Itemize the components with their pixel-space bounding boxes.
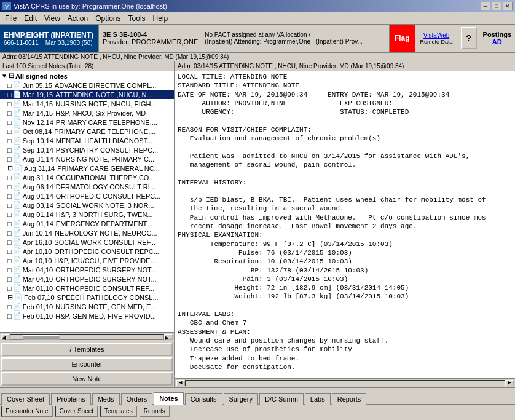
- tree-note-item[interactable]: □📄Apr 10,10ORTHOPEDIC CONSULT REPC...: [0, 247, 174, 256]
- tree-note-item[interactable]: □📄Aug 31,14NURSING NOTE, PRIMARY C...: [0, 154, 174, 164]
- tree-root[interactable]: ▼ ⊟ All signed notes: [0, 71, 174, 81]
- patient-name: EHMP,EIGHT (INPATIENT): [4, 31, 95, 39]
- menu-options[interactable]: Options: [92, 14, 124, 23]
- note-date: Feb 01,10: [23, 312, 53, 320]
- tree-note-item[interactable]: □📄Feb 01,10NURSING NOTE, GEN MED, E...: [0, 302, 174, 311]
- note-title: ATTENDING NOTE ,NHCU, N...: [55, 91, 152, 98]
- menu-help[interactable]: Help: [149, 14, 172, 23]
- tab-consults[interactable]: Consults: [185, 393, 222, 405]
- menu-tools[interactable]: Tools: [125, 14, 149, 23]
- note-title: ADVANCE DIRECTIVE COMPL...: [55, 82, 156, 89]
- tree-note-item[interactable]: □📄Feb 01,10H&P, GEN MED, FIVE PROVID...: [0, 311, 174, 320]
- cover-sheet-status[interactable]: Cover Sheet: [55, 406, 98, 417]
- flag-button[interactable]: Flag: [390, 25, 415, 52]
- tree-note-item[interactable]: □📄Jun 10,14NEUROLOGY NOTE, NEUROC...: [0, 228, 174, 237]
- hscroll-left[interactable]: ◄: [1, 334, 10, 340]
- note-title: ORTHOPEDIC SURGERY NOT...: [55, 266, 156, 274]
- hscroll2-left[interactable]: ◄: [176, 380, 185, 386]
- pact-info: No PACT assigned at any VA location / (I…: [202, 25, 390, 52]
- note-bullet: □: [7, 275, 12, 283]
- note-date: Aug 01,14: [23, 192, 53, 200]
- tree-note-item[interactable]: ⊞📄Aug 31,14PRIMARY CARE GENERAL NC...: [0, 164, 174, 173]
- note-bullet: □: [7, 202, 12, 209]
- tab-meds[interactable]: Meds: [92, 393, 120, 405]
- help-button[interactable]: ?: [461, 27, 477, 49]
- tree-note-item[interactable]: □📄Aug 03,14SOCIAL WORK NOTE, 3 NOR...: [0, 200, 174, 210]
- note-date: Mar 04,10: [23, 275, 53, 283]
- tree-note-item[interactable]: □📄Aug 06,14DERMATOLOGY CONSULT RI...: [0, 182, 174, 191]
- hscroll-right[interactable]: ►: [164, 334, 173, 340]
- tree-note-item[interactable]: □📄Mar 04,10ORTHOPEDIC SURGERY NOT...: [0, 265, 174, 274]
- note-date: Mar 14,15: [23, 109, 53, 117]
- tab-problems[interactable]: Problems: [51, 393, 90, 405]
- tab-orders[interactable]: Orders: [121, 393, 153, 405]
- hscroll2-right[interactable]: ►: [505, 380, 514, 386]
- tree-note-item[interactable]: □📄Jun 05,15ADVANCE DIRECTIVE COMPL...: [0, 81, 174, 90]
- tab-notes[interactable]: Notes: [154, 392, 184, 405]
- minimize-button[interactable]: ─: [481, 2, 490, 10]
- tree-note-item[interactable]: □📄Apr 16,10SOCIAL WORK CONSULT REF...: [0, 237, 174, 247]
- tab-cover-sheet[interactable]: Cover Sheet: [1, 393, 50, 405]
- tab-d-c-summ[interactable]: D/C Summ: [259, 393, 304, 405]
- postings-button[interactable]: Postings AD: [479, 25, 515, 52]
- note-bullet: □: [7, 303, 12, 311]
- tree-note-item[interactable]: □📄Sep 10,14PSYCHIATRY CONSULT REPC...: [0, 145, 174, 154]
- templates-status[interactable]: Templates: [100, 406, 137, 417]
- new-note-button[interactable]: New Note: [1, 372, 173, 386]
- note-icon: 📄: [13, 173, 22, 181]
- tab-surgery[interactable]: Surgery: [224, 393, 259, 405]
- tree-note-item[interactable]: □📄Apr 10,10H&P, ICU/CCU, FIVE PROVIDE...: [0, 256, 174, 265]
- tab-reports[interactable]: Reports: [332, 393, 367, 405]
- tree-hscroll[interactable]: ◄ ►: [0, 332, 174, 341]
- note-icon: 📄: [13, 220, 22, 228]
- notes-tree[interactable]: ▼ ⊟ All signed notes □📄Jun 05,15ADVANCE …: [0, 71, 174, 332]
- note-icon: 📄: [13, 109, 22, 117]
- menu-file[interactable]: File: [1, 14, 20, 23]
- encounter-note-status[interactable]: Encounter Note: [1, 406, 53, 417]
- tree-note-item[interactable]: □📄Mar 19,15ATTENDING NOTE ,NHCU, N...: [0, 90, 174, 99]
- note-icon: 📄: [13, 183, 22, 191]
- close-button[interactable]: ✕: [503, 2, 513, 10]
- note-title: NURSING NOTE, GEN MED, E...: [55, 303, 156, 311]
- reports-status[interactable]: Reports: [140, 406, 170, 417]
- note-bullet: □: [7, 211, 12, 218]
- tree-note-item[interactable]: □📄Mar 04,10ORTHOPEDIC SURGERY NOT...: [0, 274, 174, 283]
- note-date: Aug 31,14: [23, 174, 53, 181]
- note-bullet: □: [7, 192, 12, 200]
- note-date: Aug 31,14: [24, 165, 55, 172]
- tree-note-item[interactable]: □📄Mar 14,15H&P, NHCU, Six Provider, MD: [0, 108, 174, 117]
- menu-action[interactable]: Action: [64, 14, 92, 23]
- tree-note-item[interactable]: □📄Aug 01,14ORTHOPEDIC CONSULT REPC...: [0, 191, 174, 200]
- tree-note-item[interactable]: □📄Sep 10,14MENTAL HEALTH DIAGNOST...: [0, 136, 174, 145]
- menu-edit[interactable]: Edit: [20, 14, 41, 23]
- note-icon: 📄: [13, 266, 22, 274]
- note-date: Aug 31,14: [23, 156, 53, 163]
- note-bullet: □: [7, 109, 12, 117]
- note-icon: 📄: [13, 312, 22, 320]
- tree-note-item[interactable]: □📄Mar 14,15NURSING NOTE, NHCU, EIGH...: [0, 99, 174, 108]
- note-bullet: □: [7, 248, 12, 255]
- hscroll-thumb[interactable]: [10, 334, 164, 340]
- templates-button[interactable]: / Templates: [1, 343, 173, 356]
- tab-labs[interactable]: Labs: [305, 393, 331, 405]
- encounter-button[interactable]: Encounter: [1, 357, 173, 371]
- note-icon: 📄: [13, 275, 22, 283]
- menu-view[interactable]: View: [41, 14, 64, 23]
- maximize-button[interactable]: □: [492, 2, 501, 10]
- hscroll2-track[interactable]: [185, 380, 505, 386]
- note-title: H&P, 3 NORTH SURG, TWEN...: [56, 211, 153, 218]
- tree-note-item[interactable]: □📄Oct 08,14PRIMARY CARE TELEPHONE,...: [0, 127, 174, 136]
- note-icon: 📄: [14, 164, 23, 172]
- menu-bar: File Edit View Action Options Tools Help: [0, 12, 515, 25]
- note-icon: 📄: [13, 256, 22, 264]
- tree-note-item[interactable]: ⊞📄Feb 07,10SPEECH PATHOLOGY CONSL...: [0, 293, 174, 302]
- tree-note-item[interactable]: □📄Aug 01,14H&P, 3 NORTH SURG, TWEN...: [0, 210, 174, 219]
- expand-icon: ⊞: [7, 164, 13, 172]
- tab-bar: Cover SheetProblemsMedsOrdersNotesConsul…: [0, 387, 515, 404]
- note-content[interactable]: LOCAL TITLE: ATTENDING NOTE STANDARD TIT…: [175, 71, 515, 378]
- tree-note-item[interactable]: □📄Aug 31,14OCCUPATIONAL THERPY CO...: [0, 173, 174, 182]
- note-bullet: □: [7, 174, 12, 181]
- tree-note-item[interactable]: □📄Mar 01,10ORTHOPEDIC CONSULT REP...: [0, 283, 174, 293]
- tree-note-item[interactable]: □📄Nov 12,14PRIMARY CARE TELEPHONE,...: [0, 117, 174, 127]
- tree-note-item[interactable]: □📄Aug 01,14EMERGENCY DEPARTMENT...: [0, 219, 174, 228]
